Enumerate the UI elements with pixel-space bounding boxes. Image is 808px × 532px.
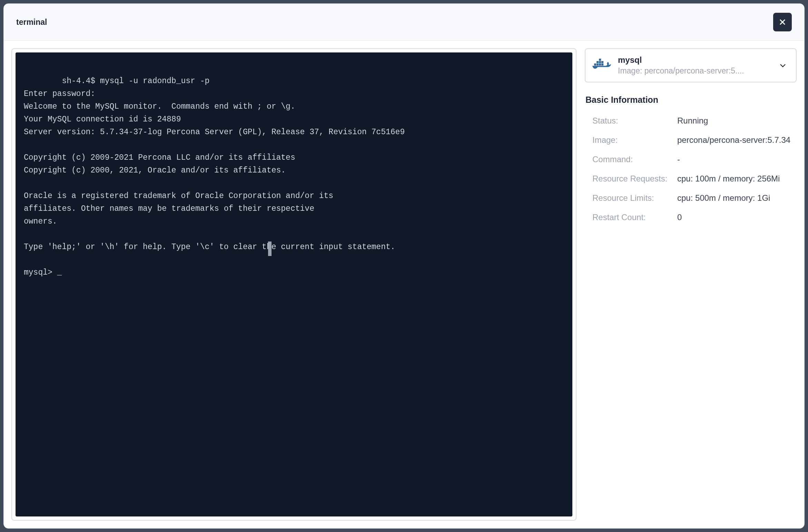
info-list: Status: Running Image: percona/percona-s… xyxy=(585,111,797,227)
info-label: Resource Requests: xyxy=(592,174,677,184)
basic-information-title: Basic Information xyxy=(585,95,797,105)
close-button[interactable] xyxy=(773,13,792,31)
svg-rect-1 xyxy=(597,63,599,65)
chevron-down-icon xyxy=(778,61,788,70)
info-label: Restart Count: xyxy=(592,213,677,222)
info-row-resource-limits: Resource Limits: cpu: 500m / memory: 1Gi xyxy=(592,188,797,208)
info-row-resource-requests: Resource Requests: cpu: 100m / memory: 2… xyxy=(592,169,797,188)
container-info: mysql Image: percona/percona-server:5...… xyxy=(618,55,771,76)
svg-rect-2 xyxy=(599,63,601,65)
modal-header: terminal xyxy=(4,4,804,41)
modal-title: terminal xyxy=(16,18,47,27)
info-label: Status: xyxy=(592,116,677,126)
svg-rect-5 xyxy=(599,61,601,63)
terminal-output: sh-4.4$ mysql -u radondb_usr -p Enter pa… xyxy=(24,77,405,277)
info-row-command: Command: - xyxy=(592,150,797,169)
info-label: Image: xyxy=(592,135,677,145)
modal-body: sh-4.4$ mysql -u radondb_usr -p Enter pa… xyxy=(4,41,804,528)
info-value: - xyxy=(677,155,797,164)
svg-rect-4 xyxy=(597,61,599,63)
container-name: mysql xyxy=(618,55,771,65)
side-panel: mysql Image: percona/percona-server:5...… xyxy=(585,48,797,521)
terminal-cursor-indicator xyxy=(268,242,272,256)
svg-rect-0 xyxy=(594,63,596,65)
info-row-status: Status: Running xyxy=(592,111,797,130)
info-row-image: Image: percona/percona-server:5.7.34 xyxy=(592,130,797,150)
svg-rect-3 xyxy=(601,63,603,65)
info-value: 0 xyxy=(677,213,797,222)
terminal-container: sh-4.4$ mysql -u radondb_usr -p Enter pa… xyxy=(11,48,577,521)
terminal-modal: terminal sh-4.4$ mysql -u radondb_usr -p… xyxy=(3,3,805,529)
docker-icon xyxy=(592,56,611,75)
container-selector[interactable]: mysql Image: percona/percona-server:5...… xyxy=(585,48,797,82)
close-icon xyxy=(778,17,787,27)
info-label: Command: xyxy=(592,155,677,164)
info-value: Running xyxy=(677,116,797,126)
terminal[interactable]: sh-4.4$ mysql -u radondb_usr -p Enter pa… xyxy=(16,52,572,516)
svg-rect-7 xyxy=(599,59,601,61)
container-image-label: Image: percona/percona-server:5.... xyxy=(618,66,771,76)
info-value: percona/percona-server:5.7.34 xyxy=(677,135,797,145)
info-value: cpu: 500m / memory: 1Gi xyxy=(677,193,797,203)
svg-rect-6 xyxy=(601,61,603,63)
info-label: Resource Limits: xyxy=(592,193,677,203)
info-value: cpu: 100m / memory: 256Mi xyxy=(677,174,797,184)
info-row-restart-count: Restart Count: 0 xyxy=(592,208,797,227)
